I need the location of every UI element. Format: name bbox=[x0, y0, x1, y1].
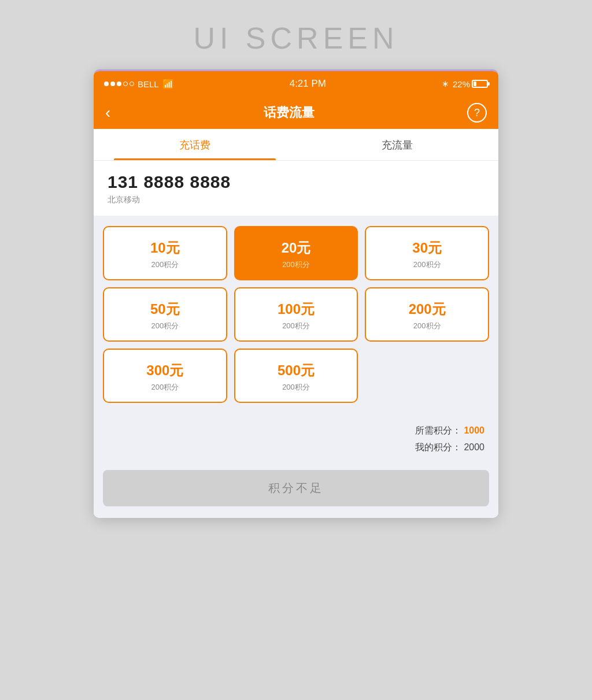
battery-bar bbox=[472, 80, 488, 88]
bluetooth-icon: ∗ bbox=[442, 79, 449, 89]
my-points-value: 2000 bbox=[464, 442, 484, 452]
amount-value: 10元 bbox=[150, 239, 180, 257]
amount-points: 200积分 bbox=[151, 382, 179, 392]
tabs: 充话费 充流量 bbox=[94, 129, 498, 161]
summary-section: 所需积分： 1000 我的积分： 2000 bbox=[94, 413, 498, 464]
amount-value: 500元 bbox=[278, 361, 314, 380]
wifi-icon: 📶 bbox=[162, 79, 174, 90]
amount-points: 200积分 bbox=[151, 321, 179, 331]
phone-section: 131 8888 8888 北京移动 bbox=[94, 161, 498, 216]
battery-percent: 22% bbox=[453, 79, 470, 89]
amount-card-100[interactable]: 100元 200积分 bbox=[234, 287, 358, 342]
amount-value: 20元 bbox=[282, 239, 311, 257]
nav-title: 话费流量 bbox=[264, 104, 314, 121]
my-points-label: 我的积分： bbox=[415, 442, 461, 452]
amount-points: 200积分 bbox=[282, 382, 310, 392]
required-points-row: 所需积分： 1000 bbox=[108, 425, 484, 437]
tab-charge-credit[interactable]: 充话费 bbox=[94, 129, 296, 160]
amount-card-300[interactable]: 300元 200积分 bbox=[103, 349, 227, 403]
amount-value: 200元 bbox=[409, 300, 446, 318]
status-right: ∗ 22% bbox=[442, 79, 488, 89]
amount-points: 200积分 bbox=[282, 260, 310, 270]
amount-value: 100元 bbox=[278, 300, 314, 318]
required-label: 所需积分： bbox=[415, 425, 461, 435]
amount-points: 200积分 bbox=[282, 321, 310, 331]
status-time: 4:21 PM bbox=[290, 78, 326, 90]
amount-points: 200积分 bbox=[151, 260, 179, 270]
carrier-label: BELL bbox=[138, 79, 159, 89]
amount-value: 50元 bbox=[150, 300, 180, 318]
amount-card-200[interactable]: 200元 200积分 bbox=[365, 287, 489, 342]
back-button[interactable]: ‹ bbox=[105, 103, 110, 122]
battery-fill bbox=[473, 82, 476, 86]
required-value: 1000 bbox=[464, 425, 484, 435]
signal-dots bbox=[104, 82, 134, 86]
grid-section: 10元 200积分 20元 200积分 30元 200积分 50元 200积分 … bbox=[94, 216, 498, 413]
nav-bar: ‹ 话费流量 ? bbox=[94, 97, 498, 129]
amount-grid: 10元 200积分 20元 200积分 30元 200积分 50元 200积分 … bbox=[103, 226, 489, 403]
amount-card-30[interactable]: 30元 200积分 bbox=[365, 226, 489, 280]
help-button[interactable]: ? bbox=[467, 103, 487, 123]
action-section: 积分不足 bbox=[94, 464, 498, 518]
amount-card-10[interactable]: 10元 200积分 bbox=[103, 226, 227, 280]
phone-frame: BELL 📶 4:21 PM ∗ 22% ‹ 话费流量 ? 充话费 充流量 1 bbox=[94, 69, 498, 518]
phone-number: 131 8888 8888 bbox=[108, 172, 484, 192]
amount-points: 200积分 bbox=[413, 321, 441, 331]
action-button[interactable]: 积分不足 bbox=[103, 470, 489, 506]
ui-screen-title: UI SCREEN bbox=[193, 21, 398, 55]
amount-card-500[interactable]: 500元 200积分 bbox=[234, 349, 358, 403]
amount-card-20[interactable]: 20元 200积分 bbox=[234, 226, 358, 280]
amount-value: 300元 bbox=[146, 361, 183, 380]
amount-card-50[interactable]: 50元 200积分 bbox=[103, 287, 227, 342]
battery: 22% bbox=[453, 79, 488, 89]
amount-points: 200积分 bbox=[413, 260, 441, 270]
my-points-row: 我的积分： 2000 bbox=[108, 442, 484, 454]
amount-value: 30元 bbox=[412, 239, 442, 257]
status-bar: BELL 📶 4:21 PM ∗ 22% bbox=[94, 71, 498, 97]
status-left: BELL 📶 bbox=[104, 79, 174, 90]
phone-carrier: 北京移动 bbox=[108, 195, 484, 205]
tab-charge-data[interactable]: 充流量 bbox=[296, 129, 498, 160]
